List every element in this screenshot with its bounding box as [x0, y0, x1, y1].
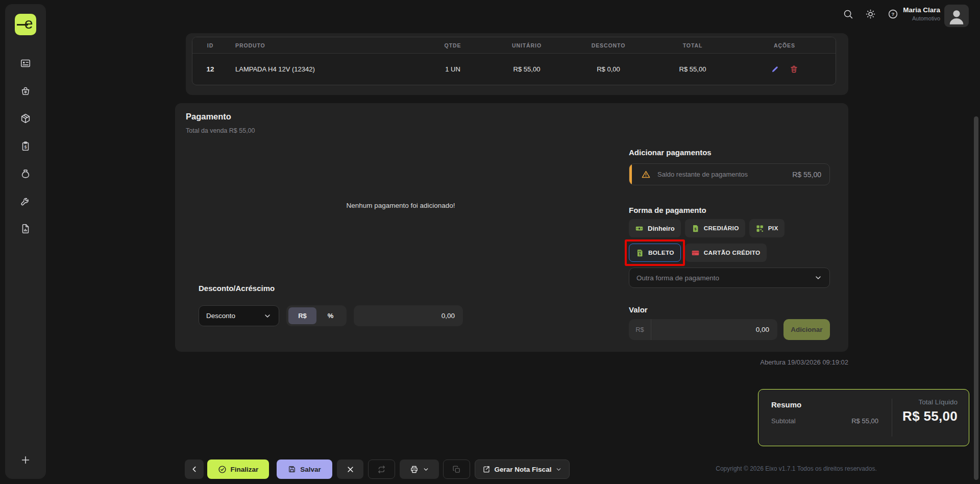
- currency-prefix: R$: [629, 319, 651, 340]
- help-button[interactable]: ?: [886, 7, 899, 20]
- value-title: Valor: [629, 305, 648, 314]
- balance-value: R$ 55,00: [792, 171, 821, 179]
- method-pix-button[interactable]: PIX: [749, 219, 785, 237]
- summary-left: Resumo Subtotal R$ 55,00: [758, 390, 892, 446]
- cell-total: R$ 55,00: [652, 65, 733, 73]
- plus-icon: [20, 454, 31, 466]
- add-payment-button[interactable]: Adicionar: [783, 319, 830, 340]
- user-menu[interactable]: Maria Clara Automotivo: [903, 6, 940, 21]
- chevron-down-icon: [555, 466, 562, 473]
- user-role: Automotivo: [903, 15, 940, 21]
- col-desconto: DESCONTO: [565, 42, 652, 49]
- sidebar-item-customers[interactable]: [19, 58, 32, 69]
- delete-icon[interactable]: [790, 65, 798, 74]
- sidebar-item-sales[interactable]: [19, 85, 32, 96]
- method-crediario-button[interactable]: $ CREDIÁRIO: [685, 219, 745, 237]
- summary-title: Resumo: [771, 400, 892, 409]
- app-root: e: [0, 0, 980, 484]
- col-unitario: UNITÁRIO: [488, 42, 565, 49]
- payment-value-input[interactable]: R$ 0,00: [629, 319, 777, 340]
- back-button[interactable]: [185, 459, 204, 479]
- payment-card: Pagamento Total da venda R$ 55,00 Nenhum…: [175, 103, 848, 352]
- subtotal-label: Subtotal: [771, 417, 796, 425]
- discount-type-value: Desconto: [206, 312, 235, 320]
- search-icon: [843, 9, 853, 19]
- unit-percent-option[interactable]: %: [316, 307, 345, 324]
- method-dinheiro-button[interactable]: Dinheiro: [629, 219, 681, 237]
- repeat-button[interactable]: [368, 459, 395, 479]
- other-method-select[interactable]: Outra forma de pagamento: [629, 268, 830, 288]
- svg-text:?: ?: [891, 11, 894, 17]
- cell-desconto: R$ 0,00: [565, 65, 652, 73]
- unit-currency-option[interactable]: R$: [288, 307, 316, 324]
- report-file-icon: [20, 223, 31, 234]
- chevron-down-icon: [263, 312, 272, 320]
- sidebar-item-orders[interactable]: $: [19, 140, 32, 152]
- generate-invoice-button[interactable]: Gerar Nota Fiscal: [475, 459, 570, 479]
- floppy-icon: [288, 465, 296, 473]
- package-icon: [20, 113, 31, 124]
- finalize-button[interactable]: Finalizar: [207, 459, 269, 479]
- person-icon: [946, 6, 967, 26]
- copy-button[interactable]: [443, 459, 470, 479]
- cell-qtde: 1 UN: [417, 65, 488, 73]
- svg-text:$: $: [24, 145, 27, 150]
- summary-box: Resumo Subtotal R$ 55,00 Total Líquido R…: [758, 389, 969, 446]
- repeat-icon: [377, 465, 386, 474]
- products-table: ID PRODUTO QTDE UNITÁRIO DESCONTO TOTAL …: [192, 37, 836, 85]
- credit-card-icon: [691, 249, 700, 257]
- sidebar-nav: $: [19, 58, 32, 234]
- wrench-icon: [20, 196, 31, 207]
- discount-title: Desconto/Acréscimo: [199, 284, 275, 293]
- payment-methods: Dinheiro $ CREDIÁRIO: [629, 219, 833, 262]
- check-circle-icon: [218, 465, 227, 474]
- sidebar-item-reports[interactable]: [19, 223, 32, 234]
- avatar[interactable]: [944, 5, 969, 27]
- discount-value-input[interactable]: 0,00: [354, 305, 463, 326]
- save-button[interactable]: Salvar: [277, 459, 332, 479]
- sidebar-item-finance[interactable]: [19, 168, 32, 179]
- cell-id: 12: [192, 65, 228, 73]
- print-button[interactable]: [400, 459, 439, 479]
- search-button[interactable]: [841, 7, 854, 20]
- page-scrollbar[interactable]: [974, 116, 978, 480]
- payment-subtitle: Total da venda R$ 55,00: [186, 127, 255, 134]
- eixo-logo[interactable]: e: [15, 14, 36, 35]
- copy-icon: [452, 465, 461, 474]
- subtotal-value: R$ 55,00: [851, 417, 878, 425]
- col-id: ID: [192, 42, 228, 49]
- sidebar-item-services[interactable]: [19, 196, 32, 207]
- add-payments-title: Adicionar pagamentos: [629, 148, 712, 157]
- other-method-placeholder: Outra forma de pagamento: [636, 274, 719, 282]
- edit-icon[interactable]: [771, 65, 779, 74]
- method-boleto-button[interactable]: $ BOLETO: [629, 244, 681, 262]
- payment-value: 0,00: [651, 326, 777, 333]
- id-card-icon: [20, 58, 31, 69]
- close-icon: [347, 466, 354, 473]
- method-cartao-credito-button[interactable]: CARTÃO CRÉDITO: [685, 244, 767, 262]
- opening-timestamp: Abertura 19/03/2026 09:19:02: [612, 358, 848, 366]
- close-button[interactable]: [337, 459, 363, 479]
- discount-type-select[interactable]: Desconto: [199, 305, 279, 326]
- discount-controls: Desconto R$ % 0,00: [199, 305, 463, 326]
- sidebar-add-button[interactable]: [5, 454, 46, 466]
- logo-letter: e: [24, 16, 33, 31]
- chevron-down-icon: [814, 274, 822, 282]
- printer-icon: [410, 465, 419, 474]
- total-value: R$ 55,00: [892, 408, 958, 424]
- barcode-document-icon: $: [635, 249, 644, 257]
- method-label: CREDIÁRIO: [704, 225, 739, 232]
- sun-icon: [865, 9, 876, 19]
- sidebar-item-products[interactable]: [19, 113, 32, 124]
- table-header: ID PRODUTO QTDE UNITÁRIO DESCONTO TOTAL …: [192, 37, 836, 54]
- theme-toggle-button[interactable]: [864, 7, 877, 20]
- method-label: BOLETO: [648, 249, 674, 256]
- cell-unitario: R$ 55,00: [488, 65, 565, 73]
- chevron-down-icon: [423, 466, 429, 473]
- warning-triangle-icon: [641, 170, 651, 179]
- generate-invoice-label: Gerar Nota Fiscal: [495, 466, 552, 473]
- save-label: Salvar: [300, 466, 321, 473]
- summary-right: Total Líquido R$ 55,00: [892, 390, 969, 446]
- col-acoes: AÇÕES: [733, 42, 836, 49]
- payment-title: Pagamento: [186, 112, 231, 122]
